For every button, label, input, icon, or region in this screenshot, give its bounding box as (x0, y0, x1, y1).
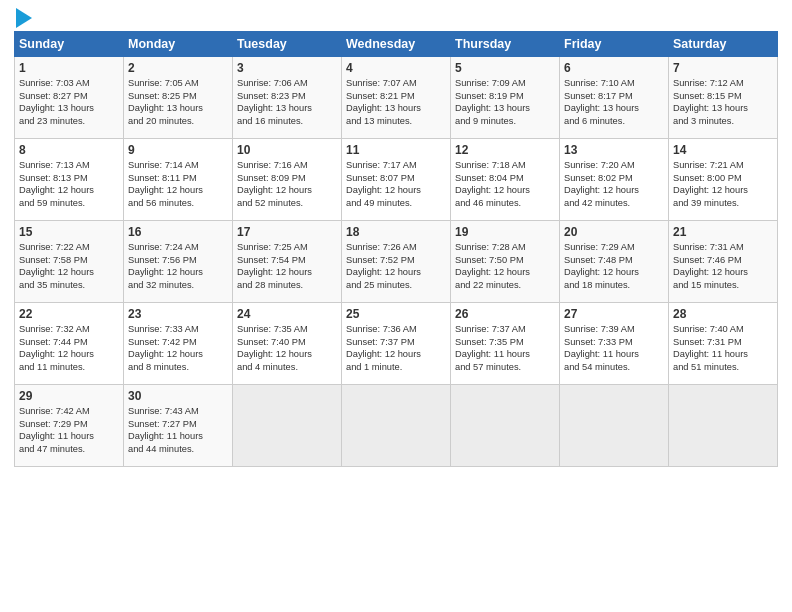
day-number: 28 (673, 307, 773, 321)
calendar-cell: 15Sunrise: 7:22 AM Sunset: 7:58 PM Dayli… (15, 221, 124, 303)
cell-info: Sunrise: 7:31 AM Sunset: 7:46 PM Dayligh… (673, 241, 773, 291)
day-number: 24 (237, 307, 337, 321)
calendar-cell: 20Sunrise: 7:29 AM Sunset: 7:48 PM Dayli… (560, 221, 669, 303)
cell-info: Sunrise: 7:35 AM Sunset: 7:40 PM Dayligh… (237, 323, 337, 373)
calendar-cell (669, 385, 778, 467)
day-number: 19 (455, 225, 555, 239)
calendar-cell: 11Sunrise: 7:17 AM Sunset: 8:07 PM Dayli… (342, 139, 451, 221)
day-number: 2 (128, 61, 228, 75)
page-container: SundayMondayTuesdayWednesdayThursdayFrid… (0, 0, 792, 475)
day-number: 7 (673, 61, 773, 75)
weekday-header: Wednesday (342, 32, 451, 57)
day-number: 10 (237, 143, 337, 157)
cell-info: Sunrise: 7:25 AM Sunset: 7:54 PM Dayligh… (237, 241, 337, 291)
weekday-header: Monday (124, 32, 233, 57)
calendar-cell: 19Sunrise: 7:28 AM Sunset: 7:50 PM Dayli… (451, 221, 560, 303)
cell-info: Sunrise: 7:07 AM Sunset: 8:21 PM Dayligh… (346, 77, 446, 127)
day-number: 14 (673, 143, 773, 157)
calendar-cell: 8Sunrise: 7:13 AM Sunset: 8:13 PM Daylig… (15, 139, 124, 221)
cell-info: Sunrise: 7:33 AM Sunset: 7:42 PM Dayligh… (128, 323, 228, 373)
calendar-row: 29Sunrise: 7:42 AM Sunset: 7:29 PM Dayli… (15, 385, 778, 467)
day-number: 18 (346, 225, 446, 239)
cell-info: Sunrise: 7:24 AM Sunset: 7:56 PM Dayligh… (128, 241, 228, 291)
cell-info: Sunrise: 7:43 AM Sunset: 7:27 PM Dayligh… (128, 405, 228, 455)
calendar-cell: 17Sunrise: 7:25 AM Sunset: 7:54 PM Dayli… (233, 221, 342, 303)
cell-info: Sunrise: 7:40 AM Sunset: 7:31 PM Dayligh… (673, 323, 773, 373)
day-number: 13 (564, 143, 664, 157)
day-number: 26 (455, 307, 555, 321)
cell-info: Sunrise: 7:21 AM Sunset: 8:00 PM Dayligh… (673, 159, 773, 209)
calendar-row: 15Sunrise: 7:22 AM Sunset: 7:58 PM Dayli… (15, 221, 778, 303)
cell-info: Sunrise: 7:22 AM Sunset: 7:58 PM Dayligh… (19, 241, 119, 291)
calendar-cell: 6Sunrise: 7:10 AM Sunset: 8:17 PM Daylig… (560, 57, 669, 139)
calendar-cell: 29Sunrise: 7:42 AM Sunset: 7:29 PM Dayli… (15, 385, 124, 467)
header (14, 10, 778, 25)
calendar-cell: 16Sunrise: 7:24 AM Sunset: 7:56 PM Dayli… (124, 221, 233, 303)
day-number: 5 (455, 61, 555, 75)
day-number: 8 (19, 143, 119, 157)
cell-info: Sunrise: 7:06 AM Sunset: 8:23 PM Dayligh… (237, 77, 337, 127)
calendar-cell: 23Sunrise: 7:33 AM Sunset: 7:42 PM Dayli… (124, 303, 233, 385)
calendar-row: 1Sunrise: 7:03 AM Sunset: 8:27 PM Daylig… (15, 57, 778, 139)
day-number: 25 (346, 307, 446, 321)
cell-info: Sunrise: 7:18 AM Sunset: 8:04 PM Dayligh… (455, 159, 555, 209)
weekday-header: Tuesday (233, 32, 342, 57)
day-number: 27 (564, 307, 664, 321)
day-number: 29 (19, 389, 119, 403)
cell-info: Sunrise: 7:29 AM Sunset: 7:48 PM Dayligh… (564, 241, 664, 291)
day-number: 21 (673, 225, 773, 239)
logo-arrow-icon (16, 8, 32, 28)
day-number: 1 (19, 61, 119, 75)
calendar-cell: 14Sunrise: 7:21 AM Sunset: 8:00 PM Dayli… (669, 139, 778, 221)
calendar-cell: 10Sunrise: 7:16 AM Sunset: 8:09 PM Dayli… (233, 139, 342, 221)
cell-info: Sunrise: 7:12 AM Sunset: 8:15 PM Dayligh… (673, 77, 773, 127)
day-number: 22 (19, 307, 119, 321)
calendar-cell: 13Sunrise: 7:20 AM Sunset: 8:02 PM Dayli… (560, 139, 669, 221)
calendar-cell: 18Sunrise: 7:26 AM Sunset: 7:52 PM Dayli… (342, 221, 451, 303)
cell-info: Sunrise: 7:28 AM Sunset: 7:50 PM Dayligh… (455, 241, 555, 291)
calendar-table: SundayMondayTuesdayWednesdayThursdayFrid… (14, 31, 778, 467)
calendar-cell: 7Sunrise: 7:12 AM Sunset: 8:15 PM Daylig… (669, 57, 778, 139)
cell-info: Sunrise: 7:32 AM Sunset: 7:44 PM Dayligh… (19, 323, 119, 373)
calendar-cell: 2Sunrise: 7:05 AM Sunset: 8:25 PM Daylig… (124, 57, 233, 139)
day-number: 16 (128, 225, 228, 239)
day-number: 3 (237, 61, 337, 75)
calendar-cell: 9Sunrise: 7:14 AM Sunset: 8:11 PM Daylig… (124, 139, 233, 221)
day-number: 12 (455, 143, 555, 157)
weekday-header: Thursday (451, 32, 560, 57)
cell-info: Sunrise: 7:09 AM Sunset: 8:19 PM Dayligh… (455, 77, 555, 127)
calendar-cell: 25Sunrise: 7:36 AM Sunset: 7:37 PM Dayli… (342, 303, 451, 385)
calendar-cell: 22Sunrise: 7:32 AM Sunset: 7:44 PM Dayli… (15, 303, 124, 385)
day-number: 20 (564, 225, 664, 239)
calendar-cell: 12Sunrise: 7:18 AM Sunset: 8:04 PM Dayli… (451, 139, 560, 221)
day-number: 4 (346, 61, 446, 75)
day-number: 30 (128, 389, 228, 403)
calendar-row: 8Sunrise: 7:13 AM Sunset: 8:13 PM Daylig… (15, 139, 778, 221)
cell-info: Sunrise: 7:36 AM Sunset: 7:37 PM Dayligh… (346, 323, 446, 373)
weekday-header: Saturday (669, 32, 778, 57)
calendar-cell: 27Sunrise: 7:39 AM Sunset: 7:33 PM Dayli… (560, 303, 669, 385)
calendar-cell: 1Sunrise: 7:03 AM Sunset: 8:27 PM Daylig… (15, 57, 124, 139)
cell-info: Sunrise: 7:14 AM Sunset: 8:11 PM Dayligh… (128, 159, 228, 209)
calendar-cell: 21Sunrise: 7:31 AM Sunset: 7:46 PM Dayli… (669, 221, 778, 303)
weekday-header-row: SundayMondayTuesdayWednesdayThursdayFrid… (15, 32, 778, 57)
weekday-header: Friday (560, 32, 669, 57)
cell-info: Sunrise: 7:37 AM Sunset: 7:35 PM Dayligh… (455, 323, 555, 373)
cell-info: Sunrise: 7:16 AM Sunset: 8:09 PM Dayligh… (237, 159, 337, 209)
day-number: 11 (346, 143, 446, 157)
calendar-cell: 26Sunrise: 7:37 AM Sunset: 7:35 PM Dayli… (451, 303, 560, 385)
cell-info: Sunrise: 7:42 AM Sunset: 7:29 PM Dayligh… (19, 405, 119, 455)
cell-info: Sunrise: 7:10 AM Sunset: 8:17 PM Dayligh… (564, 77, 664, 127)
day-number: 9 (128, 143, 228, 157)
day-number: 15 (19, 225, 119, 239)
calendar-cell: 3Sunrise: 7:06 AM Sunset: 8:23 PM Daylig… (233, 57, 342, 139)
calendar-cell (451, 385, 560, 467)
cell-info: Sunrise: 7:13 AM Sunset: 8:13 PM Dayligh… (19, 159, 119, 209)
cell-info: Sunrise: 7:17 AM Sunset: 8:07 PM Dayligh… (346, 159, 446, 209)
calendar-cell: 4Sunrise: 7:07 AM Sunset: 8:21 PM Daylig… (342, 57, 451, 139)
cell-info: Sunrise: 7:26 AM Sunset: 7:52 PM Dayligh… (346, 241, 446, 291)
weekday-header: Sunday (15, 32, 124, 57)
calendar-cell: 30Sunrise: 7:43 AM Sunset: 7:27 PM Dayli… (124, 385, 233, 467)
logo (14, 10, 32, 25)
day-number: 23 (128, 307, 228, 321)
